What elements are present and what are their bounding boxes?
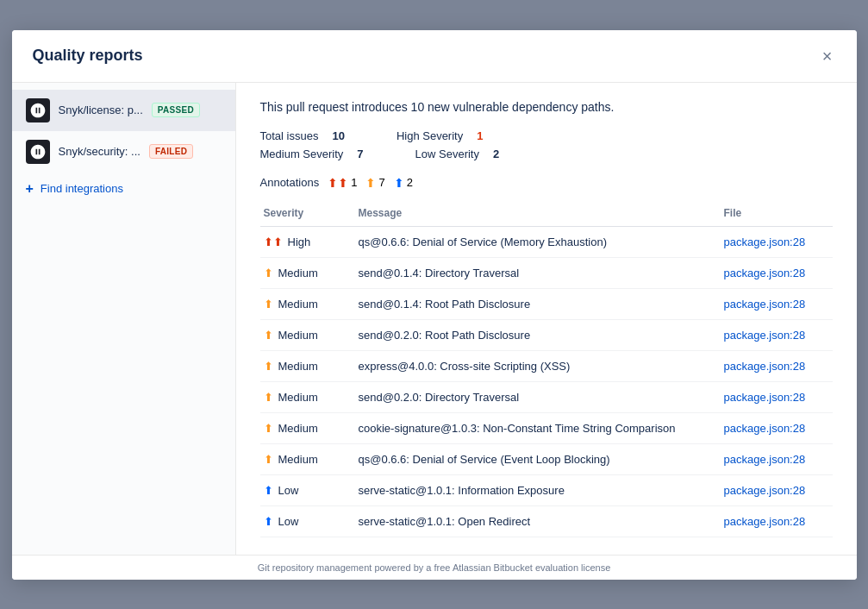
- file-link[interactable]: package.json:28: [724, 391, 806, 404]
- severity-cell-8: ⬆ Low: [260, 474, 355, 505]
- severity-arrow-icon: ⬆⬆: [264, 235, 283, 248]
- message-cell-2: send@0.1.4: Root Path Disclosure: [355, 288, 721, 319]
- intro-text: This pull request introduces 10 new vuln…: [260, 100, 833, 114]
- severity-cell-1: ⬆ Medium: [260, 257, 355, 288]
- file-link[interactable]: package.json:28: [724, 298, 806, 311]
- low-severity-stat: Low Severity 2: [415, 148, 500, 160]
- annotation-medium-count: 7: [378, 176, 384, 189]
- modal-body: Snyk/license: p... PASSED Snyk/security:…: [12, 83, 857, 555]
- table-row: ⬆ Medium cookie-signature@1.0.3: Non-Con…: [260, 412, 833, 443]
- sidebar-item-snyk-license[interactable]: Snyk/license: p... PASSED: [12, 90, 235, 131]
- severity-cell-0: ⬆⬆ High: [260, 226, 355, 257]
- modal-header: Quality reports ×: [12, 30, 857, 83]
- file-cell-6: package.json:28: [721, 412, 833, 443]
- table-row: ⬆ Medium qs@0.6.6: Denial of Service (Ev…: [260, 443, 833, 474]
- low-severity-value: 2: [493, 148, 499, 160]
- medium-severity-value: 7: [357, 148, 363, 160]
- main-content: This pull request introduces 10 new vuln…: [236, 83, 857, 555]
- annotations-label: Annotations: [260, 176, 320, 189]
- severity-arrow-icon: ⬆: [264, 391, 273, 404]
- snyk-license-icon: [26, 98, 50, 122]
- severity-label: Medium: [278, 267, 318, 279]
- file-link[interactable]: package.json:28: [724, 235, 806, 248]
- medium-arrow-icon: ⬆: [365, 176, 376, 190]
- annotation-low: ⬆ 2: [394, 176, 413, 190]
- annotation-medium: ⬆ 7: [365, 176, 384, 190]
- table-header: Severity Message File: [260, 200, 833, 227]
- severity-label: Medium: [278, 422, 318, 435]
- high-severity-value: 1: [477, 129, 483, 142]
- file-cell-5: package.json:28: [721, 381, 833, 412]
- snyk-security-icon: [26, 140, 50, 164]
- message-cell-3: send@0.2.0: Root Path Disclosure: [355, 319, 721, 350]
- message-cell-7: qs@0.6.6: Denial of Service (Event Loop …: [355, 443, 721, 474]
- severity-cell-5: ⬆ Medium: [260, 381, 355, 412]
- severity-arrow-icon: ⬆: [264, 484, 273, 497]
- severity-header: Severity: [260, 200, 355, 227]
- file-link[interactable]: package.json:28: [724, 484, 806, 497]
- file-cell-9: package.json:28: [721, 505, 833, 537]
- severity-arrow-icon: ⬆: [264, 267, 273, 279]
- table-row: ⬆ Medium express@4.0.0: Cross-site Scrip…: [260, 350, 833, 381]
- medium-severity-stat: Medium Severity 7: [260, 148, 364, 160]
- plus-icon: +: [26, 181, 34, 197]
- table-row: ⬆ Medium send@0.1.4: Directory Traversal…: [260, 257, 833, 288]
- stats-row-2: Medium Severity 7 Low Severity 2: [260, 148, 833, 160]
- file-link[interactable]: package.json:28: [724, 267, 806, 279]
- close-button[interactable]: ×: [819, 44, 836, 68]
- file-link[interactable]: package.json:28: [724, 453, 806, 466]
- file-cell-8: package.json:28: [721, 474, 833, 505]
- severity-label: Low: [278, 515, 299, 528]
- message-cell-1: send@0.1.4: Directory Traversal: [355, 257, 721, 288]
- severity-label: Low: [278, 484, 299, 497]
- severity-arrow-icon: ⬆: [264, 360, 273, 373]
- severity-label: Medium: [278, 453, 318, 466]
- severity-arrow-icon: ⬆: [264, 329, 273, 342]
- severity-label: High: [288, 235, 311, 248]
- quality-reports-modal: Quality reports × Snyk/license: p... PAS…: [12, 30, 857, 580]
- medium-severity-label: Medium Severity: [260, 148, 344, 160]
- snyk-license-badge: PASSED: [152, 103, 200, 117]
- severity-cell-3: ⬆ Medium: [260, 319, 355, 350]
- table-body: ⬆⬆ High qs@0.6.6: Denial of Service (Mem…: [260, 226, 833, 537]
- total-issues-label: Total issues: [260, 129, 319, 142]
- annotation-low-count: 2: [407, 176, 413, 189]
- stats-row-1: Total issues 10 High Severity 1: [260, 129, 833, 142]
- severity-cell-9: ⬆ Low: [260, 505, 355, 537]
- severity-arrow-icon: ⬆: [264, 422, 273, 435]
- severity-cell-7: ⬆ Medium: [260, 443, 355, 474]
- footer-bar: Git repository management powered by a f…: [12, 555, 857, 580]
- table-row: ⬆ Medium send@0.1.4: Root Path Disclosur…: [260, 288, 833, 319]
- table-row: ⬆⬆ High qs@0.6.6: Denial of Service (Mem…: [260, 226, 833, 257]
- severity-cell-4: ⬆ Medium: [260, 350, 355, 381]
- severity-cell-6: ⬆ Medium: [260, 412, 355, 443]
- find-integrations-link[interactable]: + Find integrations: [12, 173, 235, 205]
- file-link[interactable]: package.json:28: [724, 329, 806, 342]
- severity-arrow-icon: ⬆: [264, 515, 273, 528]
- severity-arrow-icon: ⬆: [264, 453, 273, 466]
- footer-text: Git repository management powered by a f…: [258, 562, 611, 573]
- severity-label: Medium: [278, 329, 318, 342]
- total-issues-value: 10: [332, 129, 344, 142]
- annotations-row: Annotations ⬆⬆ 1 ⬆ 7 ⬆ 2: [260, 176, 833, 190]
- file-cell-7: package.json:28: [721, 443, 833, 474]
- snyk-security-badge: FAILED: [149, 144, 193, 159]
- snyk-security-name: Snyk/security: ...: [59, 145, 141, 158]
- message-cell-9: serve-static@1.0.1: Open Redirect: [355, 505, 721, 537]
- file-link[interactable]: package.json:28: [724, 422, 806, 435]
- message-cell-4: express@4.0.0: Cross-site Scripting (XSS…: [355, 350, 721, 381]
- file-link[interactable]: package.json:28: [724, 515, 806, 528]
- table-row: ⬆ Low serve-static@1.0.1: Information Ex…: [260, 474, 833, 505]
- annotation-high-count: 1: [351, 176, 357, 189]
- file-cell-1: package.json:28: [721, 257, 833, 288]
- high-arrow-icon: ⬆⬆: [328, 176, 348, 190]
- severity-label: Medium: [278, 298, 318, 311]
- annotation-high: ⬆⬆ 1: [328, 176, 357, 190]
- snyk-license-name: Snyk/license: p...: [59, 104, 143, 116]
- file-link[interactable]: package.json:28: [724, 360, 806, 373]
- total-issues-stat: Total issues 10: [260, 129, 345, 142]
- modal-title: Quality reports: [33, 47, 143, 65]
- file-cell-4: package.json:28: [721, 350, 833, 381]
- modal-overlay: Quality reports × Snyk/license: p... PAS…: [0, 0, 868, 609]
- sidebar-item-snyk-security[interactable]: Snyk/security: ... FAILED: [12, 131, 235, 173]
